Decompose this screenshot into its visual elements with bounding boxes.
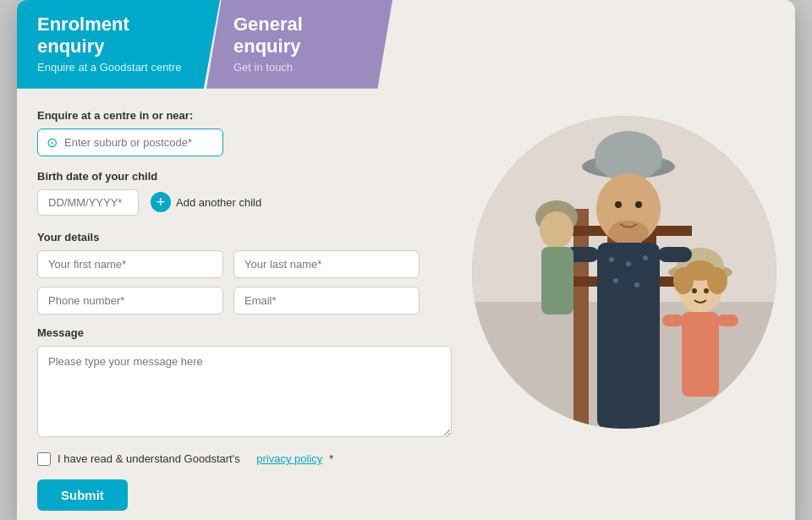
svg-point-25 [635,201,642,208]
add-child-label: Add another child [176,196,261,209]
message-textarea[interactable] [37,346,452,437]
svg-point-30 [613,278,618,283]
svg-point-28 [626,261,631,266]
suburb-input-wrap: ⊙ [37,129,223,156]
form-section: Enquire at a centre in or near: ⊙ Birth … [37,109,452,511]
message-label: Message [37,326,452,339]
svg-rect-18 [717,315,738,326]
tab-enrolment-subtitle: Enquire at a Goodstart centre [37,61,200,74]
svg-point-31 [634,282,639,287]
tab-general[interactable]: General enquiry Get in touch [206,0,392,89]
contact-inputs [37,287,452,315]
tab-enrolment-title: Enrolment enquiry [37,14,200,58]
privacy-text: I have read & understand Goodstart's [58,452,240,465]
add-child-icon: + [151,192,171,212]
privacy-asterisk: * [329,452,333,465]
photo-illustration [472,116,776,429]
birthdate-input[interactable] [37,189,139,216]
svg-rect-17 [662,315,683,326]
your-details-label: Your details [37,231,452,244]
svg-point-15 [704,288,709,293]
svg-rect-36 [541,247,573,315]
birthdate-controls: + Add another child [37,189,452,216]
suburb-row: Enquire at a centre in or near: ⊙ [37,109,452,156]
first-name-input[interactable] [37,250,223,278]
last-name-input[interactable] [233,250,420,278]
email-input[interactable] [233,287,420,315]
svg-rect-26 [597,243,660,429]
photo-circle [472,116,776,429]
tab-general-title: General enquiry [233,14,372,58]
main-window: Enrolment enquiry Enquire at a Goodstart… [17,0,795,520]
tab-bar: Enrolment enquiry Enquire at a Goodstart… [17,0,795,89]
svg-rect-16 [682,312,719,397]
svg-point-24 [615,201,622,208]
tab-general-subtitle: Get in touch [233,61,372,74]
svg-point-14 [692,288,697,293]
message-row: Message [37,326,452,441]
svg-point-23 [608,221,649,244]
svg-point-29 [643,255,648,260]
privacy-row: I have read & understand Goodstart's pri… [37,452,452,466]
svg-point-35 [540,211,573,249]
image-section [472,109,776,511]
location-icon: ⊙ [47,134,58,151]
svg-point-27 [609,257,614,262]
privacy-link[interactable]: privacy policy [256,452,322,465]
add-child-button[interactable]: + Add another child [151,192,261,212]
your-details-row: Your details [37,231,452,315]
suburb-input[interactable] [64,136,200,149]
birthdate-label: Birth date of your child [37,170,452,183]
content-area: Enquire at a centre in or near: ⊙ Birth … [17,89,795,520]
submit-button[interactable]: Submit [37,479,128,511]
svg-rect-33 [658,247,692,262]
suburb-label: Enquire at a centre in or near: [37,109,452,122]
svg-point-13 [685,260,716,281]
svg-rect-4 [573,209,589,429]
birthdate-row: Birth date of your child + Add another c… [37,170,452,216]
privacy-checkbox[interactable] [37,452,51,466]
name-inputs [37,250,452,278]
tab-enrolment[interactable]: Enrolment enquiry Enquire at a Goodstart… [17,0,220,89]
phone-input[interactable] [37,287,223,315]
